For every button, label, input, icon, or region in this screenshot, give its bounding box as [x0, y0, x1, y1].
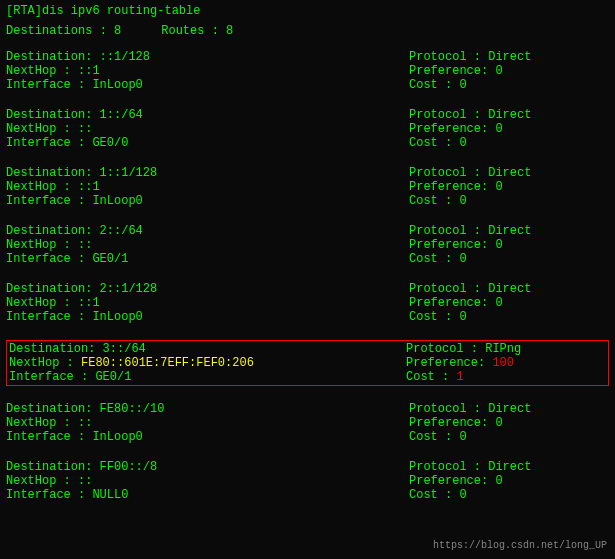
- nexthop-field: NextHop : ::: [6, 474, 326, 488]
- routes-container: Destination: ::1/128 Protocol : Direct N…: [6, 50, 609, 502]
- routes-summary: Routes : 8: [161, 24, 233, 38]
- route-row-destination: Destination: FF00::/8 Protocol : Direct: [6, 460, 609, 474]
- title-bar: [RTA]dis ipv6 routing-table: [6, 4, 609, 18]
- route-row-nexthop: NextHop : :: Preference: 0: [6, 238, 609, 252]
- protocol-field: Protocol : RIPng: [406, 342, 606, 356]
- route-block-6: Destination: FE80::/10 Protocol : Direct…: [6, 402, 609, 444]
- route-row-interface: Interface : GE0/1 Cost : 1: [9, 370, 606, 384]
- route-row-destination: Destination: 3::/64 Protocol : RIPng: [9, 342, 606, 356]
- nexthop-field: NextHop : FE80::601E:7EFF:FEF0:206: [9, 356, 329, 370]
- interface-field: Interface : NULL0: [6, 488, 326, 502]
- nexthop-field: NextHop : ::: [6, 416, 326, 430]
- destination-field: Destination: FF00::/8: [6, 460, 326, 474]
- route-row-interface: Interface : GE0/1 Cost : 0: [6, 252, 609, 266]
- preference-field: Preference: 0: [409, 296, 609, 310]
- route-row-nexthop: NextHop : :: Preference: 0: [6, 122, 609, 136]
- route-row-destination: Destination: 2::1/128 Protocol : Direct: [6, 282, 609, 296]
- preference-field: Preference: 0: [409, 416, 609, 430]
- terminal-window: [RTA]dis ipv6 routing-table Destinations…: [6, 4, 609, 502]
- route-row-interface: Interface : InLoop0 Cost : 0: [6, 430, 609, 444]
- route-row-destination: Destination: 2::/64 Protocol : Direct: [6, 224, 609, 238]
- route-row-interface: Interface : InLoop0 Cost : 0: [6, 78, 609, 92]
- protocol-field: Protocol : Direct: [409, 460, 609, 474]
- interface-field: Interface : GE0/1: [9, 370, 329, 384]
- interface-field: Interface : InLoop0: [6, 310, 326, 324]
- route-row-nexthop: NextHop : FE80::601E:7EFF:FEF0:206 Prefe…: [9, 356, 606, 370]
- cost-field: Cost : 0: [409, 78, 609, 92]
- nexthop-field: NextHop : ::: [6, 238, 326, 252]
- preference-field: Preference: 100: [406, 356, 606, 370]
- destination-field: Destination: 2::1/128: [6, 282, 326, 296]
- route-row-destination: Destination: ::1/128 Protocol : Direct: [6, 50, 609, 64]
- interface-field: Interface : InLoop0: [6, 78, 326, 92]
- cost-field: Cost : 0: [409, 136, 609, 150]
- cost-field: Cost : 0: [409, 194, 609, 208]
- preference-field: Preference: 0: [409, 180, 609, 194]
- interface-field: Interface : InLoop0: [6, 194, 326, 208]
- route-row-nexthop: NextHop : ::1 Preference: 0: [6, 180, 609, 194]
- nexthop-field: NextHop : ::: [6, 122, 326, 136]
- interface-field: Interface : InLoop0: [6, 430, 326, 444]
- route-row-nexthop: NextHop : ::1 Preference: 0: [6, 64, 609, 78]
- summary-line: Destinations : 8 Routes : 8: [6, 24, 609, 38]
- route-row-destination: Destination: 1::/64 Protocol : Direct: [6, 108, 609, 122]
- destination-field: Destination: 1::1/128: [6, 166, 326, 180]
- cost-field: Cost : 0: [409, 252, 609, 266]
- cost-field: Cost : 1: [406, 370, 606, 384]
- protocol-field: Protocol : Direct: [409, 282, 609, 296]
- nexthop-field: NextHop : ::1: [6, 64, 326, 78]
- destination-field: Destination: 1::/64: [6, 108, 326, 122]
- preference-field: Preference: 0: [409, 64, 609, 78]
- route-block-3: Destination: 2::/64 Protocol : Direct Ne…: [6, 224, 609, 266]
- nexthop-field: NextHop : ::1: [6, 296, 326, 310]
- interface-field: Interface : GE0/1: [6, 252, 326, 266]
- protocol-field: Protocol : Direct: [409, 108, 609, 122]
- route-block-1: Destination: 1::/64 Protocol : Direct Ne…: [6, 108, 609, 150]
- preference-field: Preference: 0: [409, 474, 609, 488]
- cost-field: Cost : 0: [409, 310, 609, 324]
- route-row-interface: Interface : NULL0 Cost : 0: [6, 488, 609, 502]
- cost-field: Cost : 0: [409, 430, 609, 444]
- protocol-field: Protocol : Direct: [409, 402, 609, 416]
- destinations-summary: Destinations : 8: [6, 24, 121, 38]
- preference-field: Preference: 0: [409, 238, 609, 252]
- route-block-2: Destination: 1::1/128 Protocol : Direct …: [6, 166, 609, 208]
- route-row-interface: Interface : InLoop0 Cost : 0: [6, 194, 609, 208]
- route-block-5: Destination: 3::/64 Protocol : RIPng Nex…: [6, 340, 609, 386]
- route-row-nexthop: NextHop : :: Preference: 0: [6, 474, 609, 488]
- route-row-nexthop: NextHop : :: Preference: 0: [6, 416, 609, 430]
- watermark: https://blog.csdn.net/long_UP: [433, 540, 607, 551]
- destination-field: Destination: 3::/64: [9, 342, 329, 356]
- preference-field: Preference: 0: [409, 122, 609, 136]
- route-block-7: Destination: FF00::/8 Protocol : Direct …: [6, 460, 609, 502]
- interface-field: Interface : GE0/0: [6, 136, 326, 150]
- route-row-destination: Destination: 1::1/128 Protocol : Direct: [6, 166, 609, 180]
- route-block-0: Destination: ::1/128 Protocol : Direct N…: [6, 50, 609, 92]
- cost-field: Cost : 0: [409, 488, 609, 502]
- route-row-interface: Interface : InLoop0 Cost : 0: [6, 310, 609, 324]
- route-row-interface: Interface : GE0/0 Cost : 0: [6, 136, 609, 150]
- nexthop-field: NextHop : ::1: [6, 180, 326, 194]
- protocol-field: Protocol : Direct: [409, 224, 609, 238]
- route-row-nexthop: NextHop : ::1 Preference: 0: [6, 296, 609, 310]
- route-row-destination: Destination: FE80::/10 Protocol : Direct: [6, 402, 609, 416]
- destination-field: Destination: ::1/128: [6, 50, 326, 64]
- destination-field: Destination: FE80::/10: [6, 402, 326, 416]
- protocol-field: Protocol : Direct: [409, 50, 609, 64]
- route-block-4: Destination: 2::1/128 Protocol : Direct …: [6, 282, 609, 324]
- protocol-field: Protocol : Direct: [409, 166, 609, 180]
- destination-field: Destination: 2::/64: [6, 224, 326, 238]
